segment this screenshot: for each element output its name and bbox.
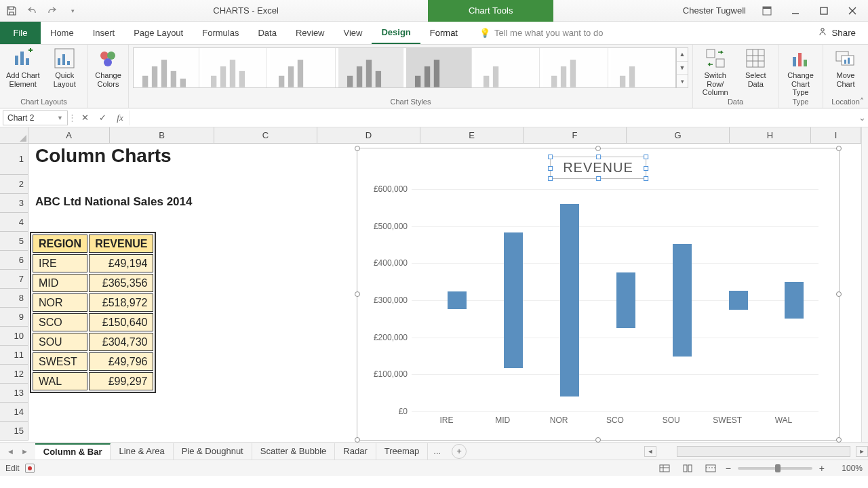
tab-nav-next[interactable]: ► [18,447,31,455]
view-page-layout-icon[interactable] [679,462,696,474]
column-header[interactable]: B [110,127,214,143]
chart-bar[interactable] [729,291,748,309]
tab-review[interactable]: Review [286,22,334,44]
chart-bar[interactable] [448,291,467,310]
undo-icon[interactable] [26,5,38,17]
table-row[interactable]: MID£365,356 [33,274,153,292]
row-header[interactable]: 7 [0,270,28,289]
view-page-break-icon[interactable] [703,462,719,474]
sheet-tab[interactable]: Radar [335,443,376,460]
row-header[interactable]: 4 [0,213,28,232]
switch-row-column-button[interactable]: Switch Row/ Column [697,47,734,97]
maximize-button[interactable] [811,1,837,20]
tabs-overflow[interactable]: ... [428,446,446,456]
row-header[interactable]: 5 [0,232,28,251]
tab-nav-prev[interactable]: ◄ [4,447,17,455]
tab-insert[interactable]: Insert [83,22,125,44]
chart-plot-area[interactable]: £0£100,000£200,000£300,000£400,000£500,0… [412,189,818,411]
formula-bar-input[interactable] [129,110,856,125]
row-header[interactable]: 1 [0,144,28,175]
zoom-level[interactable]: 100% [831,464,863,473]
sheet-tab[interactable]: Line & Area [111,443,173,460]
sheet-tab[interactable]: Column & Bar [35,443,111,460]
table-row[interactable]: SWEST£49,796 [33,352,153,371]
column-header[interactable]: H [730,127,811,143]
row-header[interactable]: 8 [0,289,28,308]
chart-bar[interactable] [560,204,579,396]
column-header[interactable]: C [214,127,317,143]
hscroll-left[interactable]: ◄ [644,446,656,457]
tab-data[interactable]: Data [248,22,285,44]
row-header[interactable]: 9 [0,308,28,327]
save-icon[interactable] [5,5,18,17]
tab-formulas[interactable]: Formulas [193,22,248,44]
sheet-tab[interactable]: Scatter & Bubble [252,443,336,460]
row-header[interactable]: 13 [0,384,28,403]
insert-function-button[interactable]: fx [111,110,129,125]
customize-qat-icon[interactable]: ▾ [66,5,79,17]
add-chart-element-button[interactable]: Add Chart Element [4,47,42,88]
change-colors-button[interactable]: Change Colors [92,47,124,88]
column-header[interactable]: A [28,127,110,143]
change-chart-type-button[interactable]: Change Chart Type [783,47,818,97]
tab-format[interactable]: Format [420,22,467,44]
horizontal-scrollbar[interactable] [677,446,850,457]
minimize-button[interactable] [783,1,808,20]
move-chart-button[interactable]: Move Chart [827,47,864,88]
column-header[interactable]: G [627,127,730,143]
tab-design[interactable]: Design [372,22,420,44]
sheet-tab[interactable]: Treemap [376,443,429,460]
row-header[interactable]: 15 [0,422,28,441]
add-sheet-button[interactable]: + [452,444,467,459]
tab-page-layout[interactable]: Page Layout [124,22,193,44]
row-header[interactable]: 14 [0,403,28,422]
macro-record-icon[interactable] [25,464,35,473]
zoom-out-button[interactable]: − [726,463,731,474]
chart-bar[interactable] [785,282,804,319]
sheet-tab[interactable]: Pie & Doughnut [174,443,252,460]
tell-me-search[interactable]: 💡 Tell me what you want to do [479,22,603,44]
zoom-in-button[interactable]: + [819,463,825,474]
column-header[interactable]: D [317,127,420,143]
row-header[interactable]: 2 [0,175,28,194]
row-header[interactable]: 11 [0,346,28,365]
zoom-slider[interactable] [738,467,812,470]
select-data-button[interactable]: Select Data [738,47,774,88]
chart-bar[interactable] [616,272,635,328]
chart-bar[interactable] [673,244,692,357]
close-button[interactable] [840,1,865,20]
table-row[interactable]: IRE£49,194 [33,254,153,272]
chart-styles-more[interactable]: ▲▼▾ [676,47,688,88]
column-header[interactable]: F [524,127,627,143]
row-header[interactable]: 12 [0,365,28,384]
column-header[interactable]: I [811,127,861,143]
share-button[interactable]: Share [811,27,863,39]
vertical-scrollbar[interactable] [861,127,868,442]
row-header[interactable]: 6 [0,251,28,270]
tab-view[interactable]: View [334,22,372,44]
table-row[interactable]: SCO£150,640 [33,313,153,331]
view-normal-icon[interactable] [656,462,673,474]
formula-accept-button[interactable]: ✓ [94,110,111,125]
hscroll-right[interactable]: ► [856,446,868,457]
account-icon[interactable] [754,1,780,20]
quick-layout-button[interactable]: Quick Layout [46,47,84,88]
chart-styles-gallery[interactable]: ▲▼▾ [129,45,692,98]
row-header[interactable]: 10 [0,327,28,346]
select-all-corner[interactable] [0,127,28,144]
data-table[interactable]: REGION REVENUE IRE£49,194MID£365,356NOR£… [30,232,156,393]
formula-bar-expand[interactable]: ⌄ [856,113,868,123]
table-row[interactable]: SOU£304,730 [33,333,153,351]
tab-home[interactable]: Home [41,22,83,44]
collapse-ribbon-icon[interactable]: ˄ [860,97,864,106]
chart-object[interactable]: REVENUE £0£100,000£200,000£300,000£400,0… [357,148,840,441]
name-box[interactable]: Chart 2 ▼ [3,110,68,125]
table-row[interactable]: WAL£99,297 [33,372,153,390]
column-header[interactable]: E [420,127,524,143]
row-header[interactable]: 3 [0,194,28,213]
redo-icon[interactable] [46,5,58,17]
chart-title[interactable]: REVENUE [550,157,646,179]
chart-bar[interactable] [504,232,523,368]
formula-cancel-button[interactable]: ✕ [76,110,94,125]
tab-file[interactable]: File [0,22,41,44]
